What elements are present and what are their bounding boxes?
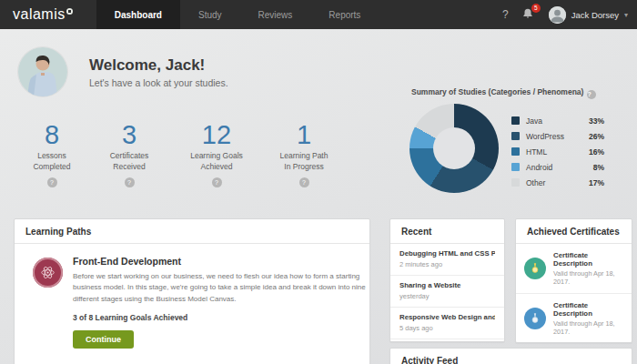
goal-row-how-to-make-a-website[interactable]: ✓ How to Make a Website 12 Lessons [32, 360, 357, 364]
legend-item-other: Other 17% [511, 175, 604, 190]
help-icon[interactable]: ? [125, 177, 135, 187]
help-icon[interactable]: ? [299, 177, 309, 187]
tab-reviews[interactable]: Reviews [240, 0, 311, 29]
learning-paths-panel: Learning Paths Front-End Development Bef… [14, 218, 370, 364]
chart-legend: Java 33% WordPress 26% HTML 16% Android … [511, 113, 604, 190]
summary-chart-title: Summary of Studies (Categories / Phenome… [411, 87, 634, 99]
course-progress: 3 of 8 Learning Goals Achieved [73, 313, 357, 322]
help-icon[interactable]: ? [502, 8, 509, 21]
recent-item[interactable]: Responsive Web Design and HTML 5 days ag… [390, 308, 504, 339]
course-description: Before we start working on our business,… [73, 271, 370, 305]
person-icon [549, 6, 566, 24]
medal-icon [524, 308, 546, 329]
top-nav: valamis Dashboard Study Reviews Reports … [0, 0, 637, 29]
course-title[interactable]: Front-End Development [73, 256, 357, 267]
logo-text: valamis [13, 6, 66, 23]
user-photo-avatar [18, 47, 67, 96]
stats-row: 8 LessonsCompleted ? 3 CertificatesRecei… [16, 121, 346, 188]
help-icon[interactable]: ? [47, 177, 57, 187]
nav-tabs: Dashboard Study Reviews Reports [96, 0, 379, 29]
learning-paths-header: Learning Paths [15, 219, 369, 244]
notifications-bell-icon[interactable]: 5 [521, 7, 536, 22]
help-icon[interactable]: ? [212, 177, 222, 187]
legend-item-android: Android 8% [511, 159, 604, 175]
legend-item-java: Java 33% [511, 113, 604, 128]
logo-badge-icon [66, 8, 73, 15]
learning-path-item: Front-End Development Before we start wo… [15, 244, 369, 364]
avatar [549, 6, 566, 24]
legend-swatch [511, 116, 520, 125]
valamis-logo[interactable]: valamis [0, 0, 96, 29]
recent-panel: Recent Debugging HTML and CSS Proble... … [389, 218, 505, 342]
chevron-down-icon: ▾ [624, 11, 628, 19]
donut-hole [433, 127, 475, 169]
stat-certificates-received: 3 CertificatesReceived ? [87, 121, 171, 188]
tab-reports[interactable]: Reports [310, 0, 379, 29]
summary-donut-chart [410, 104, 499, 193]
tab-study[interactable]: Study [180, 0, 240, 29]
legend-item-wordpress: WordPress 26% [511, 128, 604, 144]
notification-badge: 5 [531, 4, 541, 13]
legend-swatch [511, 163, 520, 171]
tab-dashboard[interactable]: Dashboard [96, 0, 180, 29]
certificate-item[interactable]: Certificate Description Valid through Ap… [516, 294, 632, 343]
legend-item-html: HTML 16% [511, 144, 604, 159]
welcome-subtitle: Let's have a look at your studies. [89, 77, 228, 88]
certificate-item[interactable]: Certificate Description Valid through Ap… [516, 244, 632, 294]
medal-icon [524, 258, 546, 279]
help-icon[interactable]: ? [587, 90, 596, 99]
atom-icon [39, 264, 56, 281]
nav-right: ? 5 Jack Dorsey ▾ [502, 0, 637, 29]
stat-learning-path-in-progress: 1 Learning PathIn Progress ? [262, 121, 346, 188]
welcome-text: Welcome, Jack! Let's have a look at your… [89, 56, 228, 88]
legend-swatch [511, 132, 520, 140]
continue-button[interactable]: Continue [73, 330, 134, 349]
stat-learning-goals-achieved: 12 Learning GoalsAchieved ? [171, 121, 262, 188]
activity-feed-panel: Activity Feed [389, 348, 632, 364]
recent-item[interactable]: Sharing a Website yesterday [390, 276, 504, 308]
goal-list: ✓ How to Make a Website 12 Lessons ✓ Upl… [27, 360, 357, 364]
user-photo [18, 47, 67, 96]
legend-swatch [511, 178, 520, 187]
recent-header: Recent [390, 219, 504, 244]
welcome-title: Welcome, Jack! [89, 56, 228, 75]
achieved-certificates-panel: Achieved Certificates Certificate Descri… [515, 218, 632, 343]
recent-item[interactable]: Debugging HTML and CSS Proble... 2 minut… [390, 244, 504, 276]
certificates-header: Achieved Certificates [516, 219, 632, 244]
welcome-block: Welcome, Jack! Let's have a look at your… [18, 47, 228, 96]
activity-feed-header: Activity Feed [390, 349, 632, 364]
dashboard-screen: valamis Dashboard Study Reviews Reports … [0, 0, 637, 364]
user-menu[interactable]: Jack Dorsey ▾ [549, 6, 628, 24]
stat-lessons-completed: 8 LessonsCompleted ? [16, 121, 87, 188]
legend-swatch [511, 147, 520, 156]
course-atom-icon [33, 258, 63, 288]
recent-item[interactable]: Adding Pages to a Website 1 week ago [390, 339, 504, 342]
user-name: Jack Dorsey [571, 10, 619, 20]
